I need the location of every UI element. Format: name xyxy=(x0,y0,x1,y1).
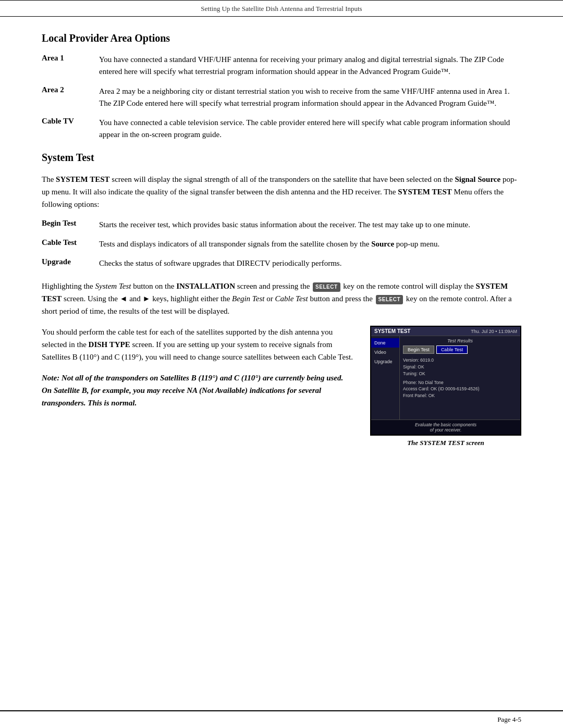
st-screen-title: SYSTEM TEST xyxy=(374,328,410,334)
section2-para2: Highlighting the System Test button on t… xyxy=(42,280,521,317)
def-desc-begintest: Starts the receiver test, which provides… xyxy=(99,219,521,231)
note-para: Note: Not all of the transponders on Sat… xyxy=(42,372,354,409)
page-header: Setting Up the Satellite Dish Antenna an… xyxy=(0,1,563,17)
section1-heading: Local Provider Area Options xyxy=(42,32,521,44)
def-item-upgrade: Upgrade Checks the status of software up… xyxy=(42,257,521,269)
st-screen-time: Thu. Jul 20 • 11:09AM xyxy=(471,329,517,334)
screen-caption: The SYSTEM TEST screen xyxy=(370,439,521,447)
st-begin-test-btn[interactable]: Begin Test xyxy=(403,346,434,354)
page-number: Page 4-5 xyxy=(497,715,521,724)
st-menu-done[interactable]: Done xyxy=(371,338,399,348)
st-right-panel: Test Results Begin Test Cable Test Versi… xyxy=(400,336,520,419)
def-term-cabletest: Cable Test xyxy=(42,238,99,247)
st-menu-video[interactable]: Video xyxy=(371,348,399,357)
def-term-area1: Area 1 xyxy=(42,54,99,63)
main-content: Local Provider Area Options Area 1 You h… xyxy=(0,17,563,710)
st-body: Done Video Upgrade Test Results Begin Te… xyxy=(371,336,520,419)
def-item-area2: Area 2 Area 2 may be a neighboring city … xyxy=(42,85,521,110)
st-signal: Signal: OK xyxy=(403,364,517,371)
screen-caption-text: The SYSTEM TEST screen xyxy=(407,439,484,447)
def-item-begintest: Begin Test Starts the receiver test, whi… xyxy=(42,219,521,231)
select-badge-1: SELECT xyxy=(313,282,340,292)
def-desc-area1: You have connected a standard VHF/UHF an… xyxy=(99,54,521,78)
select-badge-2: SELECT xyxy=(376,295,403,304)
st-front-panel: Front Panel: OK xyxy=(403,392,517,399)
section2-def-list: Begin Test Starts the receiver test, whi… xyxy=(42,219,521,270)
def-desc-cabletest: Tests and displays indicators of all tra… xyxy=(99,238,521,250)
def-desc-cabletv: You have connected a cable television se… xyxy=(99,117,521,141)
section2-heading: System Test xyxy=(42,152,521,164)
section1-def-list: Area 1 You have connected a standard VHF… xyxy=(42,54,521,141)
def-desc-upgrade: Checks the status of software upgrades t… xyxy=(99,257,521,269)
cable-test-para: You should perform the cable test for ea… xyxy=(42,326,354,363)
st-menu-upgrade[interactable]: Upgrade xyxy=(371,357,399,366)
st-title-bar: SYSTEM TEST Thu. Jul 20 • 11:09AM xyxy=(371,327,520,336)
def-item-area1: Area 1 You have connected a standard VHF… xyxy=(42,54,521,78)
st-left-panel: Done Video Upgrade xyxy=(371,336,400,419)
st-cable-test-btn[interactable]: Cable Test xyxy=(436,346,468,354)
st-version: Version: 6019.0 xyxy=(403,357,517,364)
def-desc-area2: Area 2 may be a neighboring city or dist… xyxy=(99,85,521,110)
st-access-card: Access Card: OK (ID 0009-6159-4526) xyxy=(403,386,517,392)
system-test-screen: SYSTEM TEST Thu. Jul 20 • 11:09AM Done V… xyxy=(370,326,521,436)
system-test-image-container: SYSTEM TEST Thu. Jul 20 • 11:09AM Done V… xyxy=(370,326,521,447)
page-container: Setting Up the Satellite Dish Antenna an… xyxy=(0,0,563,728)
two-col-text: You should perform the cable test for ea… xyxy=(42,326,354,409)
def-item-cabletv: Cable TV You have connected a cable tele… xyxy=(42,117,521,141)
header-text: Setting Up the Satellite Dish Antenna an… xyxy=(201,5,362,13)
section2-intro: The SYSTEM TEST screen will display the … xyxy=(42,173,521,211)
st-bottom-text: Evaluate the basic componentsof your rec… xyxy=(371,419,520,435)
st-info-block: Version: 6019.0 Signal: OK Tuning: OK Ph… xyxy=(403,357,517,399)
def-item-cabletest: Cable Test Tests and displays indicators… xyxy=(42,238,521,250)
st-button-row: Begin Test Cable Test xyxy=(403,346,517,354)
def-term-upgrade: Upgrade xyxy=(42,257,99,266)
def-term-begintest: Begin Test xyxy=(42,219,99,228)
st-phone: Phone: No Dial Tone xyxy=(403,379,517,386)
def-term-cabletv: Cable TV xyxy=(42,117,99,126)
def-term-area2: Area 2 xyxy=(42,85,99,94)
st-results-label: Test Results xyxy=(403,338,517,343)
two-col-section: You should perform the cable test for ea… xyxy=(42,326,521,447)
page-footer: Page 4-5 xyxy=(0,711,563,728)
st-tuning: Tuning: OK xyxy=(403,371,517,377)
